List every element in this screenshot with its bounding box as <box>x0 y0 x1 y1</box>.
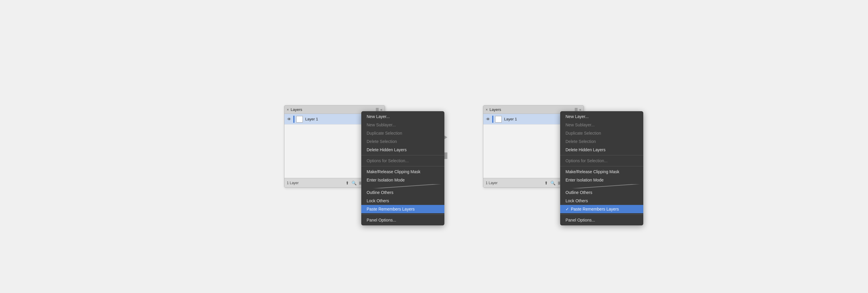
left-menu-delete-hidden[interactable]: Delete Hidden Layers <box>361 145 444 154</box>
left-menu-paste-layers[interactable]: Paste Remembers Layers <box>361 205 444 213</box>
right-menu-panel-options[interactable]: Panel Options... <box>560 216 643 224</box>
left-menu-outline-others[interactable]: Outline Others <box>361 188 444 197</box>
right-menu-isolation[interactable]: Enter Isolation Mode <box>560 176 643 184</box>
right-menu-duplicate: Duplicate Selection <box>560 129 643 137</box>
right-menu-delete: Delete Selection <box>560 137 643 145</box>
left-panel-group: × Layers ☰ « 👁 Layer 1 › 1 Layer <box>284 105 385 188</box>
left-make-sublayer-icon[interactable]: ⬆ <box>345 181 349 185</box>
right-cut-line <box>560 184 643 188</box>
right-menu-new-sublayer: New Sublayer... <box>560 121 643 129</box>
left-menu-new-sublayer: New Sublayer... <box>361 121 444 129</box>
right-panel-close[interactable]: × <box>486 108 488 112</box>
right-layer-thumbnail <box>495 116 502 123</box>
left-menu-lock-others[interactable]: Lock Others <box>361 197 444 205</box>
left-separator-2 <box>361 166 444 166</box>
left-panel-close[interactable]: × <box>287 108 289 112</box>
left-menu-new-layer[interactable]: New Layer... <box>361 112 444 121</box>
right-menu-lock-others[interactable]: Lock Others <box>560 197 643 205</box>
right-separator-2 <box>560 166 643 166</box>
right-layer-visibility[interactable]: 👁 <box>485 116 491 122</box>
right-menu-clipping[interactable]: Make/Release Clipping Mask <box>560 168 643 176</box>
left-menu-panel-options[interactable]: Panel Options... <box>361 216 444 224</box>
left-dropdown-menu: New Layer... New Sublayer... Duplicate S… <box>361 111 444 225</box>
left-menu-delete: Delete Selection <box>361 137 444 145</box>
left-menu-isolation[interactable]: Enter Isolation Mode <box>361 176 444 184</box>
left-separator-3 <box>361 215 444 215</box>
left-layer-thumbnail <box>296 116 303 123</box>
left-layer-count: 1 Layer <box>287 181 345 185</box>
right-separator-3 <box>560 215 643 215</box>
left-menu-duplicate: Duplicate Selection <box>361 129 444 137</box>
left-cut-area <box>361 184 444 188</box>
right-menu-delete-hidden[interactable]: Delete Hidden Layers <box>560 145 643 154</box>
main-container: × Layers ☰ « 👁 Layer 1 › 1 Layer <box>284 105 584 188</box>
right-search-icon[interactable]: 🔍 <box>550 181 555 185</box>
right-make-sublayer-icon[interactable]: ⬆ <box>545 181 548 185</box>
right-menu-outline-others[interactable]: Outline Others <box>560 188 643 197</box>
left-search-icon[interactable]: 🔍 <box>351 181 356 185</box>
left-layer-visibility[interactable]: 👁 <box>286 116 292 122</box>
left-menu-clipping[interactable]: Make/Release Clipping Mask <box>361 168 444 176</box>
right-menu-paste-layers[interactable]: Paste Remembers Layers <box>560 205 643 213</box>
left-cut-line <box>361 184 444 188</box>
right-menu-new-layer[interactable]: New Layer... <box>560 112 643 121</box>
right-cut-area <box>560 184 643 188</box>
right-layer-color <box>492 116 493 123</box>
right-dropdown-menu: New Layer... New Sublayer... Duplicate S… <box>560 111 643 225</box>
right-panel-group: × Layers ☰ « 👁 Layer 1 › 1 Layer <box>483 105 584 188</box>
left-menu-options: Options for Selection... <box>361 157 444 165</box>
right-menu-options: Options for Selection... <box>560 157 643 165</box>
left-layer-color <box>293 116 294 123</box>
right-layer-count: 1 Layer <box>486 181 545 185</box>
